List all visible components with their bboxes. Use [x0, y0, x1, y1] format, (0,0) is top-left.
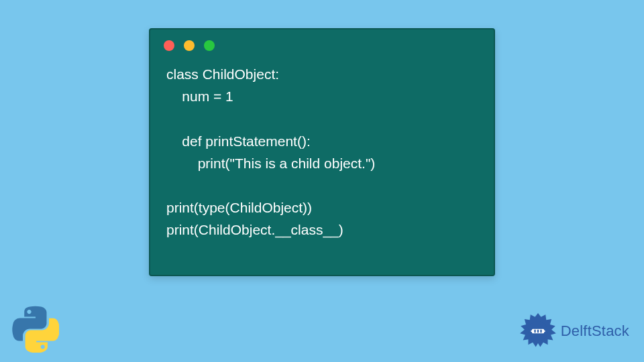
delftstack-logo: DelftStack: [519, 312, 629, 350]
window-controls: [150, 29, 494, 56]
close-dot-icon: [164, 40, 174, 51]
svg-rect-5: [534, 330, 535, 333]
delftstack-logo-icon: [519, 312, 557, 350]
maximize-dot-icon: [204, 40, 215, 51]
minimize-dot-icon: [184, 40, 195, 51]
svg-rect-6: [537, 330, 539, 333]
code-window: class ChildObject: num = 1 def printStat…: [149, 28, 495, 276]
svg-rect-7: [540, 330, 541, 333]
python-logo-icon: [12, 306, 59, 353]
delftstack-label: DelftStack: [561, 322, 629, 340]
code-block: class ChildObject: num = 1 def printStat…: [150, 56, 494, 254]
